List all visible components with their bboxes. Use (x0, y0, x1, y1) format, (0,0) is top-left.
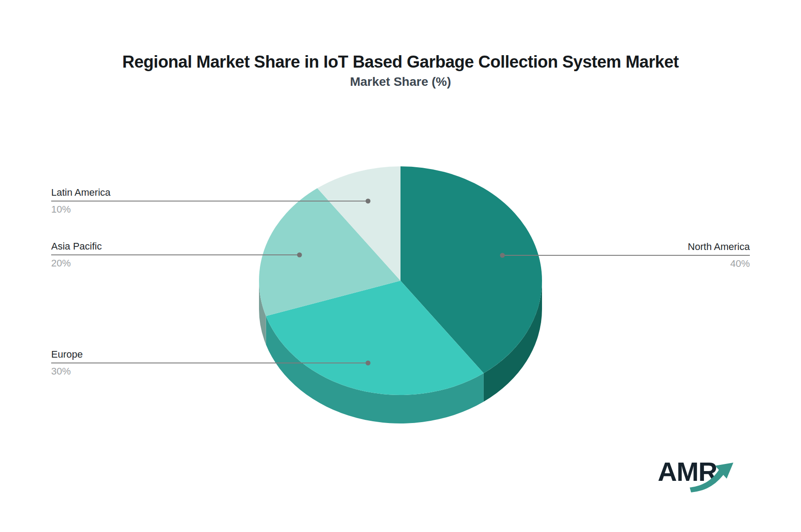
growth-arrow-icon (688, 458, 736, 496)
callout-label-asia-pacific: Asia Pacific (51, 240, 300, 252)
callout-north-america: North America 40% (501, 241, 750, 270)
callout-latin-america: Latin America 10% (51, 186, 300, 215)
callout-label-latin-america: Latin America (51, 186, 300, 198)
callout-value-asia-pacific: 20% (51, 258, 300, 269)
callout-value-europe: 30% (51, 366, 300, 377)
callout-europe: Europe 30% (51, 348, 300, 377)
callout-value-latin-america: 10% (51, 204, 300, 215)
leader-dot (366, 199, 371, 204)
leader-dot (366, 361, 371, 366)
chart-canvas: Regional Market Share in IoT Based Garba… (0, 0, 801, 532)
amr-logo: AMR (658, 458, 742, 498)
callout-value-north-america: 40% (501, 258, 750, 270)
callout-asia-pacific: Asia Pacific 20% (51, 240, 300, 269)
callout-label-europe: Europe (51, 348, 300, 360)
callout-label-north-america: North America (501, 241, 750, 253)
